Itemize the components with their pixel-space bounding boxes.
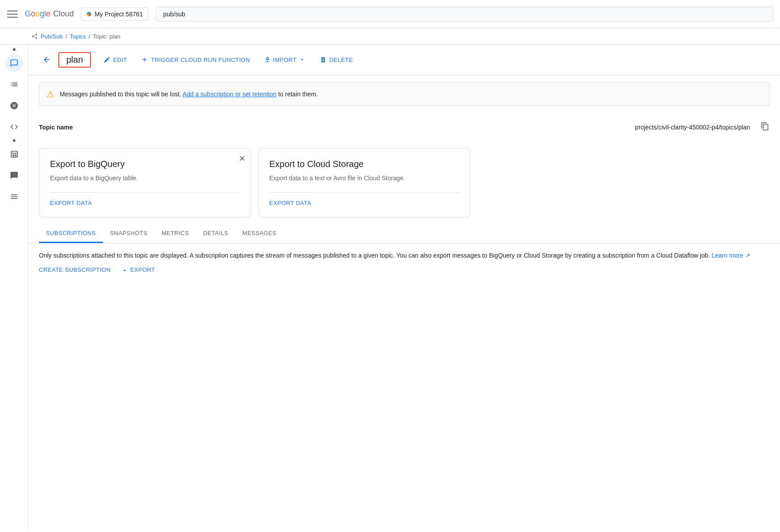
project-selector[interactable]: My Project 58761 — [81, 8, 149, 21]
cloudstorage-card-title: Export to Cloud Storage — [269, 159, 459, 169]
svg-line-4 — [34, 37, 36, 38]
google-cloud-logo: Google Cloud — [25, 9, 74, 19]
copy-icon[interactable] — [761, 122, 769, 132]
search-input[interactable] — [156, 7, 773, 22]
export-cloudstorage-card: Export to Cloud Storage Export data to a… — [258, 148, 470, 217]
tabs: SUBSCRIPTIONS SNAPSHOTS METRICS DETAILS … — [28, 224, 780, 243]
breadcrumb-topics[interactable]: Topics — [70, 33, 86, 40]
cloudstorage-export-button[interactable]: EXPORT DATA — [269, 192, 459, 206]
pubsub-icon — [31, 33, 38, 40]
sidebar-item-lines[interactable] — [5, 188, 23, 205]
toolbar: plan EDIT TRIGGER CLOUD RUN FUNCTION IMP… — [28, 45, 780, 75]
create-subscription-button[interactable]: CREATE SUBSCRIPTION — [39, 266, 111, 275]
top-nav: Google Cloud My Project 58761 — [0, 0, 780, 28]
sidebar-item-table[interactable] — [5, 145, 23, 163]
delete-button[interactable]: DELETE — [314, 53, 359, 67]
subscriptions-description: Only subscriptions attached to this topi… — [39, 251, 769, 260]
page-title: plan — [58, 52, 91, 68]
back-button[interactable] — [39, 52, 55, 68]
topic-name-value: projects/civil-clarity-450002-p4/topics/… — [428, 124, 750, 131]
sidebar — [0, 45, 28, 530]
breadcrumb-sep1: / — [65, 33, 67, 40]
project-dot-icon — [87, 12, 91, 16]
main-layout: plan EDIT TRIGGER CLOUD RUN FUNCTION IMP… — [0, 45, 780, 530]
tab-messages[interactable]: MESSAGES — [235, 224, 283, 243]
import-dropdown-icon — [298, 56, 306, 63]
breadcrumb-current: Topic: plan — [93, 33, 120, 40]
trigger-cloud-run-button[interactable]: TRIGGER CLOUD RUN FUNCTION — [136, 53, 255, 67]
export-button[interactable]: EXPORT — [121, 266, 155, 275]
warning-link[interactable]: Add a subscription or set retention — [183, 91, 276, 98]
breadcrumb-sep2: / — [88, 33, 90, 40]
subscriptions-content: Only subscriptions attached to this topi… — [28, 243, 780, 282]
topic-name-label: Topic name — [39, 124, 92, 131]
tab-subscriptions[interactable]: SUBSCRIPTIONS — [39, 224, 103, 243]
sidebar-dot-top — [13, 48, 15, 51]
svg-line-3 — [34, 35, 36, 36]
tab-details[interactable]: DETAILS — [196, 224, 235, 243]
import-button[interactable]: IMPORT — [259, 53, 310, 67]
sidebar-item-chat[interactable] — [5, 167, 23, 184]
project-name: My Project 58761 — [95, 11, 143, 18]
bigquery-export-button[interactable]: EXPORT DATA — [50, 192, 240, 206]
content-area: plan EDIT TRIGGER CLOUD RUN FUNCTION IMP… — [28, 45, 780, 530]
export-cards: ✕ Export to BigQuery Export data to a Bi… — [39, 148, 769, 217]
tab-metrics[interactable]: METRICS — [154, 224, 196, 243]
sidebar-dot-mid — [13, 139, 15, 142]
warning-banner: ⚠ Messages published to this topic will … — [39, 82, 769, 106]
svg-point-2 — [35, 37, 37, 38]
breadcrumb-pubsub[interactable]: Pub/Sub — [41, 33, 63, 40]
card-close-icon[interactable]: ✕ — [239, 154, 245, 163]
sidebar-item-list[interactable] — [5, 76, 23, 93]
tab-snapshots[interactable]: SNAPSHOTS — [103, 224, 155, 243]
warning-text: Messages published to this topic will be… — [60, 91, 318, 98]
sidebar-item-storage[interactable] — [5, 97, 23, 114]
warning-icon: ⚠ — [46, 89, 54, 99]
svg-point-1 — [35, 34, 37, 35]
topic-name-section: Topic name projects/civil-clarity-450002… — [28, 113, 780, 141]
breadcrumb: Pub/Sub / Topics / Topic: plan — [0, 28, 780, 45]
bigquery-card-desc: Export data to a BigQuery table. — [50, 175, 240, 182]
svg-point-0 — [32, 35, 33, 37]
cloudstorage-card-desc: Export data to a text or Avro file in Cl… — [269, 175, 459, 182]
sidebar-item-messages[interactable] — [5, 54, 23, 72]
edit-button[interactable]: EDIT — [98, 53, 133, 67]
bigquery-card-title: Export to BigQuery — [50, 159, 240, 169]
subscription-actions: CREATE SUBSCRIPTION EXPORT — [39, 266, 769, 275]
hamburger-icon[interactable] — [7, 9, 18, 19]
learn-more-link[interactable]: Learn more ↗ — [711, 252, 750, 259]
sidebar-item-code[interactable] — [5, 118, 23, 136]
export-bigquery-card: ✕ Export to BigQuery Export data to a Bi… — [39, 148, 251, 217]
